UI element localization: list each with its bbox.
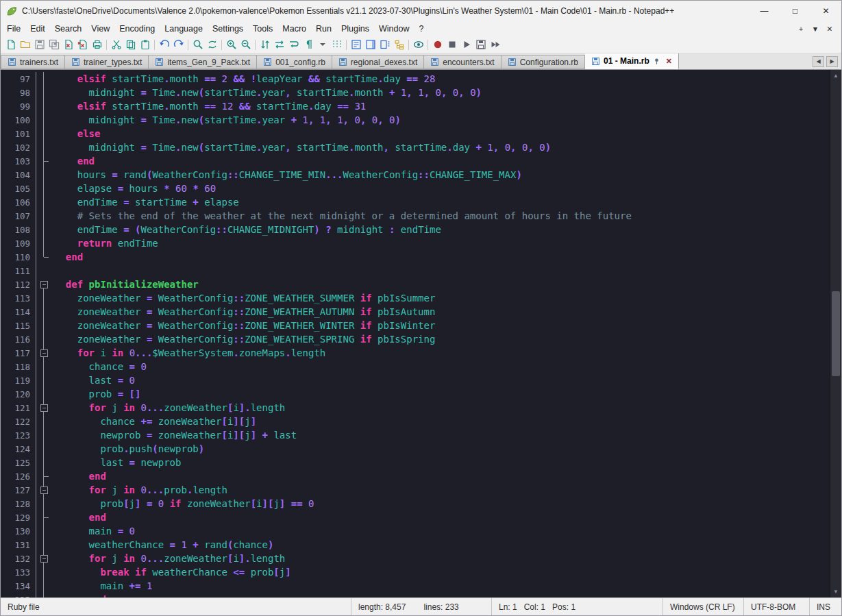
code-line[interactable]: 99 elsif startTime.month == 12 && startT… [1, 99, 830, 113]
zoom-out-icon[interactable] [238, 38, 253, 52]
code-line[interactable]: 113 zoneWeather = WeatherConfig::ZONE_WE… [1, 291, 830, 305]
code-line[interactable]: 120 prob = [] [1, 387, 830, 401]
sync-vertical-scrolling-icon[interactable] [258, 38, 272, 52]
menu-view[interactable]: View [86, 23, 114, 35]
code-line[interactable]: 114 zoneWeather = WeatherConfig::ZONE_WE… [1, 305, 830, 319]
maximize-button[interactable]: □ [780, 1, 810, 21]
fold-toggle-icon[interactable] [36, 483, 51, 497]
menu-tools[interactable]: Tools [248, 23, 277, 35]
tab-01-main-rb[interactable]: 01 - Main.rb✕ [585, 53, 679, 69]
menu-macro[interactable]: Macro [277, 23, 311, 35]
sync-horizontal-scrolling-icon[interactable] [272, 38, 286, 52]
macro-play-icon[interactable] [459, 38, 473, 52]
show-all-characters-icon[interactable] [301, 38, 315, 52]
code-line[interactable]: 118 chance = 0 [1, 360, 830, 373]
tab-encounters-txt[interactable]: encounters.txt [424, 55, 501, 69]
tab-list-dropdown[interactable]: ▼ [809, 24, 821, 34]
code-area[interactable]: 97 elsif startTime.month == 2 && !leapYe… [1, 70, 830, 597]
code-line[interactable]: 125 last = newprob [1, 456, 830, 469]
open-file-icon[interactable] [18, 38, 32, 52]
code-line[interactable]: 102 midnight = Time.new(startTime.year, … [1, 140, 830, 154]
tab-regional-dexes-txt[interactable]: regional_dexes.txt [332, 55, 424, 69]
code-line[interactable]: 135 end [1, 593, 830, 597]
show-all-characters-dropdown-icon[interactable] [315, 38, 330, 52]
code-line[interactable]: 106 endTime = startTime + elapse [1, 195, 830, 209]
menu-settings[interactable]: Settings [208, 23, 248, 35]
paste-icon[interactable] [138, 38, 152, 52]
document-list-icon[interactable] [377, 38, 392, 52]
document-map-icon[interactable] [363, 38, 377, 52]
status-encoding[interactable]: UTF-8-BOM [744, 598, 810, 615]
code-line[interactable]: 115 zoneWeather = WeatherConfig::ZONE_WE… [1, 319, 830, 332]
replace-icon[interactable] [205, 38, 219, 52]
new-tab-button[interactable]: + [795, 24, 807, 34]
tab-items-gen-9-pack-txt[interactable]: items_Gen_9_Pack.txt [149, 55, 257, 69]
monitoring-icon[interactable] [411, 38, 425, 52]
code-line[interactable]: 107 # Sets the end of the weather at the… [1, 209, 830, 223]
vertical-scrollbar[interactable]: ▲ ▼ [830, 70, 841, 597]
close-all-icon[interactable] [75, 38, 90, 52]
pin-icon[interactable] [653, 58, 660, 65]
editor[interactable]: 97 elsif startTime.month == 2 && !leapYe… [1, 70, 841, 597]
code-line[interactable]: 131 weatherChance = 1 + rand(chance) [1, 538, 830, 552]
macro-run-multiple-icon[interactable] [488, 38, 502, 52]
close-icon[interactable] [61, 38, 75, 52]
tab-configuration-rb[interactable]: Configuration.rb [502, 55, 585, 69]
menu-search[interactable]: Search [50, 23, 87, 35]
menu-run[interactable]: Run [311, 23, 336, 35]
save-icon[interactable] [32, 38, 47, 52]
code-line[interactable]: 132 for j in 0...zoneWeather[i].length [1, 552, 830, 565]
menu-window[interactable]: Window [374, 23, 414, 35]
code-line[interactable]: 98 midnight = Time.new(startTime.year, s… [1, 86, 830, 99]
code-line[interactable]: 108 endTime = (WeatherConfig::CHANGE_MID… [1, 223, 830, 236]
menu-language[interactable]: Language [160, 23, 208, 35]
close-tab-button[interactable]: ✕ [824, 24, 836, 34]
zoom-in-icon[interactable] [224, 38, 238, 52]
tab-trainers-txt[interactable]: trainers.txt [1, 55, 65, 69]
code-line[interactable]: 123 newprob = zoneWeather[i][j] + last [1, 428, 830, 442]
menu-help[interactable]: ? [414, 23, 428, 35]
status-eol-format[interactable]: Windows (CR LF) [663, 598, 744, 615]
code-line[interactable]: 105 elapse = hours * 60 * 60 [1, 182, 830, 195]
status-insert-mode[interactable]: INS [810, 598, 841, 615]
code-line[interactable]: 109 return endTime [1, 236, 830, 250]
macro-stop-icon[interactable] [445, 38, 459, 52]
tab-001-config-rb[interactable]: 001_config.rb [257, 55, 332, 69]
new-file-icon[interactable] [3, 38, 18, 52]
code-line[interactable]: 134 main += 1 [1, 579, 830, 593]
save-all-icon[interactable] [47, 38, 61, 52]
tab-close-icon[interactable]: ✕ [666, 57, 672, 66]
menu-encoding[interactable]: Encoding [114, 23, 160, 35]
code-line[interactable]: 124 prob.push(newprob) [1, 442, 830, 456]
menu-edit[interactable]: Edit [25, 23, 50, 35]
code-line[interactable]: 119 last = 0 [1, 373, 830, 387]
code-line[interactable]: 130 main = 0 [1, 524, 830, 538]
tab-scroll-right-icon[interactable]: ▶ [826, 56, 838, 67]
code-line[interactable]: 127 for j in 0...prob.length [1, 483, 830, 497]
show-indent-guide-icon[interactable] [330, 38, 344, 52]
folder-as-workspace-icon[interactable] [392, 38, 406, 52]
minimize-button[interactable]: — [749, 1, 780, 21]
cut-icon[interactable] [109, 38, 123, 52]
scrollbar-thumb[interactable] [832, 291, 840, 375]
code-line[interactable]: 117 for i in 0...$WeatherSystem.zoneMaps… [1, 346, 830, 360]
print-icon[interactable] [90, 38, 104, 52]
macro-save-icon[interactable] [473, 38, 488, 52]
fold-toggle-icon[interactable] [36, 552, 51, 565]
scroll-down-icon[interactable]: ▼ [830, 586, 841, 597]
code-line[interactable]: 121 for j in 0...zoneWeather[i].length [1, 401, 830, 415]
find-icon[interactable] [190, 38, 205, 52]
tab-scroll-left-icon[interactable]: ◀ [813, 56, 824, 67]
code-line[interactable]: 122 chance += zoneWeather[i][j] [1, 415, 830, 428]
code-line[interactable]: 101 else [1, 127, 830, 140]
scroll-up-icon[interactable]: ▲ [830, 70, 841, 82]
code-line[interactable]: 111 [1, 264, 830, 278]
code-line[interactable]: 133 break if weatherChance <= prob[j] [1, 565, 830, 579]
word-wrap-icon[interactable] [286, 38, 301, 52]
redo-icon[interactable] [171, 38, 186, 52]
code-line[interactable]: 103 end [1, 154, 830, 168]
macro-record-icon[interactable] [430, 38, 445, 52]
undo-icon[interactable] [157, 38, 171, 52]
code-line[interactable]: 97 elsif startTime.month == 2 && !leapYe… [1, 72, 830, 86]
fold-toggle-icon[interactable] [36, 346, 51, 360]
